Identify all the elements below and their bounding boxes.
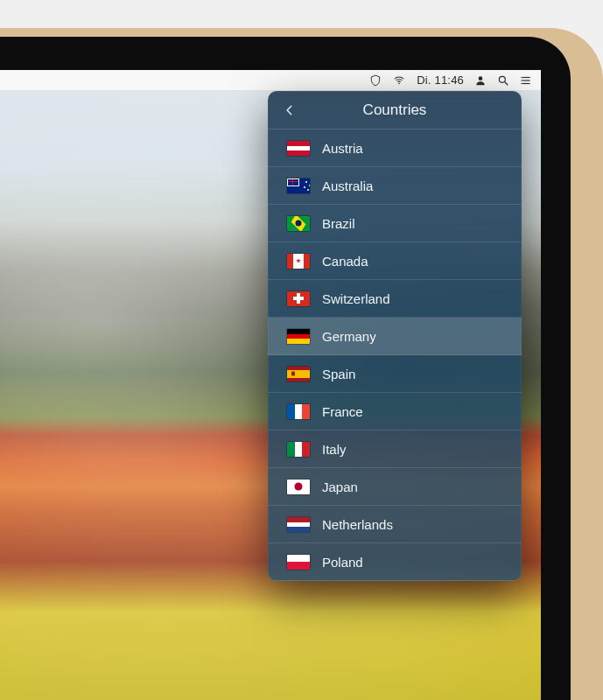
panel-header: Countries (268, 91, 522, 130)
chevron-left-icon (284, 102, 296, 118)
flag-nl-icon (287, 517, 310, 532)
country-label: Germany (322, 329, 376, 344)
flag-ca-icon (287, 254, 310, 269)
notification-center-icon[interactable] (520, 70, 532, 90)
svg-point-1 (479, 76, 483, 80)
flag-de-icon (287, 329, 310, 344)
country-label: Brazil (322, 216, 355, 231)
flag-es-icon (287, 367, 310, 382)
country-item-at[interactable]: Austria (268, 130, 522, 167)
device-frame: Di. 11:46 (0, 0, 603, 700)
vpn-shield-icon[interactable] (369, 70, 382, 90)
flag-ch-icon (287, 291, 310, 306)
back-button[interactable] (275, 91, 305, 129)
spotlight-search-icon[interactable] (497, 70, 509, 90)
svg-point-0 (398, 82, 400, 84)
screen: Di. 11:46 (0, 70, 541, 700)
country-item-ca[interactable]: Canada (268, 242, 522, 280)
wifi-icon[interactable] (392, 70, 406, 90)
flag-br-icon (287, 216, 310, 231)
country-item-fr[interactable]: France (268, 393, 522, 430)
panel-title: Countries (363, 102, 427, 119)
country-label: Spain (322, 367, 355, 382)
country-label: Canada (322, 254, 368, 269)
flag-au-icon (287, 178, 310, 193)
flag-at-icon (287, 141, 310, 156)
country-item-it[interactable]: Italy (268, 430, 522, 468)
country-item-br[interactable]: Brazil (268, 205, 522, 242)
flag-pl-icon (287, 555, 310, 570)
flag-jp-icon (287, 480, 310, 494)
svg-line-3 (505, 81, 508, 85)
country-item-de[interactable]: Germany (268, 318, 522, 355)
country-label: Italy (322, 442, 347, 457)
countries-panel: Countries AustriaAustraliaBrazilCanadaSw… (268, 91, 522, 581)
svg-point-2 (499, 76, 505, 82)
svg-point-8 (521, 80, 522, 80)
flag-fr-icon (287, 404, 310, 419)
country-item-ch[interactable]: Switzerland (268, 280, 522, 318)
country-label: Poland (322, 555, 363, 570)
country-label: Netherlands (322, 517, 393, 532)
country-item-au[interactable]: Australia (268, 167, 522, 205)
flag-it-icon (287, 442, 310, 457)
country-list: AustriaAustraliaBrazilCanadaSwitzerlandG… (268, 130, 522, 581)
country-item-es[interactable]: Spain (268, 355, 522, 393)
country-label: Switzerland (322, 291, 390, 306)
country-item-pl[interactable]: Poland (268, 543, 522, 581)
country-label: France (322, 404, 363, 419)
country-item-nl[interactable]: Netherlands (268, 506, 522, 543)
country-label: Australia (322, 178, 373, 193)
menubar-clock[interactable]: Di. 11:46 (417, 70, 464, 90)
country-item-jp[interactable]: Japan (268, 468, 522, 506)
svg-point-9 (521, 82, 522, 83)
user-icon[interactable] (474, 70, 487, 90)
menubar: Di. 11:46 (0, 70, 541, 91)
svg-point-7 (521, 76, 522, 77)
country-label: Japan (322, 480, 358, 494)
country-label: Austria (322, 141, 363, 156)
